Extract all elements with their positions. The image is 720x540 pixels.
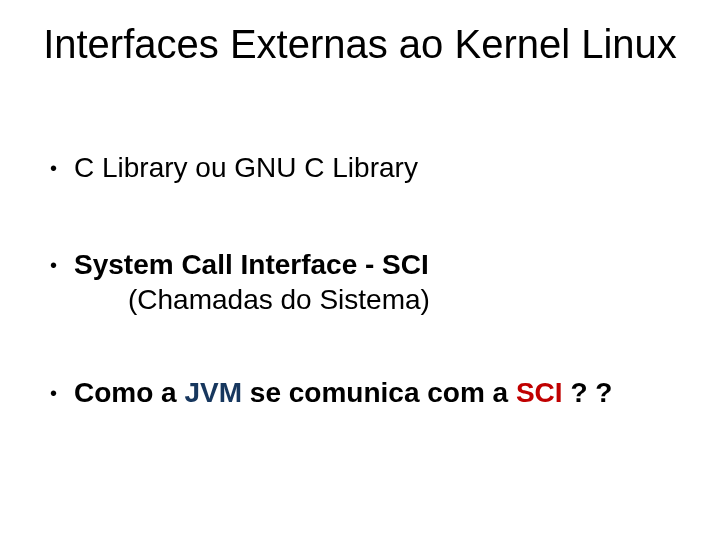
spacer bbox=[50, 185, 670, 247]
bullet-dot-icon: • bbox=[50, 247, 74, 278]
bullet-2-subtext: (Chamadas do Sistema) bbox=[128, 282, 670, 317]
bullet-2-text: System Call Interface - SCI bbox=[74, 247, 670, 282]
spacer bbox=[50, 317, 670, 375]
bullet-3: • Como a JVM se comunica com a SCI ? ? bbox=[50, 375, 670, 410]
bullet-1-text: C Library ou GNU C Library bbox=[74, 150, 670, 185]
sci-term: SCI bbox=[516, 377, 563, 408]
slide-title: Interfaces Externas ao Kernel Linux bbox=[0, 22, 720, 67]
bullet-3-pre: Como a bbox=[74, 377, 184, 408]
bullet-1: • C Library ou GNU C Library bbox=[50, 150, 670, 185]
bullet-dot-icon: • bbox=[50, 150, 74, 181]
bullet-3-text: Como a JVM se comunica com a SCI ? ? bbox=[74, 375, 670, 410]
slide-body: • C Library ou GNU C Library • System Ca… bbox=[50, 150, 670, 410]
jvm-term: JVM bbox=[184, 377, 242, 408]
slide: Interfaces Externas ao Kernel Linux • C … bbox=[0, 0, 720, 540]
bullet-dot-icon: • bbox=[50, 375, 74, 406]
bullet-3-post: ? ? bbox=[563, 377, 613, 408]
bullet-3-mid: se comunica com a bbox=[242, 377, 516, 408]
bullet-2: • System Call Interface - SCI bbox=[50, 247, 670, 282]
